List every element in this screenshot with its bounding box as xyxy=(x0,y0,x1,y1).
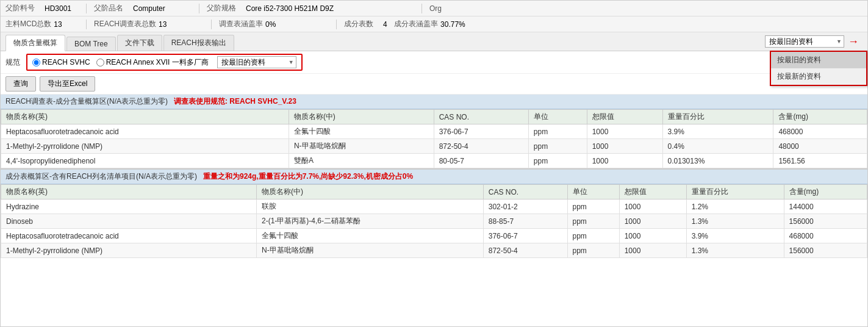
component-coverage-value: 30.77% xyxy=(440,20,465,29)
component-count-cell: 成分表数 4 成分表涵盖率 30.77% xyxy=(344,19,503,29)
section1-header: REACH调查表-成分含量概算区(N/A表示总重为零) 调查表使用规范: REA… xyxy=(1,95,867,109)
table-cell: 1000 xyxy=(587,139,662,154)
table-cell: N-甲基吡咯烷酮 xyxy=(289,139,434,154)
table-cell: Dinoseb xyxy=(1,214,257,229)
tab-bom-tree[interactable]: BOM Tree xyxy=(66,37,116,51)
col-name-cn-1: 物质名称(中) xyxy=(289,110,434,124)
section1-table-wrap: 物质名称(英) 物质名称(中) CAS NO. 单位 恕限值 重量百分比 含量(… xyxy=(1,109,867,168)
parent-spec-value: Core i52-7300 H521M D9Z xyxy=(246,4,334,13)
dropdown-popup-item-oldest[interactable]: 按最旧的资料 xyxy=(771,52,866,68)
table-cell: 872-50-4 xyxy=(483,243,567,258)
sep6 xyxy=(336,20,337,29)
table-cell: 雙酚A xyxy=(289,154,434,168)
spec-dropdown[interactable]: 按最旧的资料 按最新的资料 xyxy=(217,56,296,68)
sep1 xyxy=(86,4,87,13)
master-mcd-label: 主料MCD总数 xyxy=(5,19,51,29)
top-dropdown[interactable]: 按最旧的资料 按最新的资料 xyxy=(765,35,844,48)
section2-header: 成分表概算区-含有REACH列名清单项目(N/A表示总重为零) 重量之和为924… xyxy=(1,168,867,184)
arrow-icon: → xyxy=(848,35,859,48)
spec-dropdown-wrapper[interactable]: 按最旧的资料 按最新的资料 xyxy=(217,56,296,68)
radio-reach-svhc-input[interactable] xyxy=(32,59,40,66)
radio-reach-annex-input[interactable] xyxy=(96,59,104,66)
table-cell: 全氟十四酸 xyxy=(289,124,434,139)
parent-part-no-value: HD3001 xyxy=(45,4,71,13)
dropdown-popup[interactable]: 按最旧的资料 按最新的资料 xyxy=(770,51,867,86)
col-tolerance-2: 恕限值 xyxy=(619,185,686,199)
parent-part-no-cell: 父阶料号 HD3001 xyxy=(5,3,79,13)
table-cell: 468000 xyxy=(784,229,867,243)
master-mcd-value: 13 xyxy=(54,20,62,29)
export-excel-button[interactable]: 导出至Excel xyxy=(40,76,95,92)
table-cell: 80-05-7 xyxy=(434,154,528,168)
table-cell: ppm xyxy=(528,124,587,139)
col-content-1: 含量(mg) xyxy=(773,110,867,124)
col-cas-2: CAS NO. xyxy=(483,185,567,199)
table-row: Heptacosafluorotetradecanoic acid全氟十四酸37… xyxy=(1,229,867,243)
top-dropdown-wrapper[interactable]: 按最旧的资料 按最新的资料 xyxy=(765,35,844,48)
survey-coverage-cell: 调查表涵盖率 0% xyxy=(219,19,329,29)
col-content-2: 含量(mg) xyxy=(784,185,867,199)
table-row: Hydrazine联胺302-01-2ppm10001.2%144000 xyxy=(1,199,867,214)
parent-part-no-label: 父阶料号 xyxy=(5,3,42,13)
section1-note: 调查表使用规范: REACH SVHC_V.23 xyxy=(174,96,296,107)
tab-substance[interactable]: 物质含量概算 xyxy=(5,35,65,51)
survey-coverage-value: 0% xyxy=(265,20,276,29)
col-weight-pct-2: 重量百分比 xyxy=(686,185,784,199)
section2-note: 重量之和为924g,重量百分比为7.7%,尚缺少92.3%,机密成分占0% xyxy=(203,171,413,182)
table-cell: 1000 xyxy=(587,124,662,139)
parent-spec-cell: 父阶规格 Core i52-7300 H521M D9Z xyxy=(207,3,414,13)
table-cell: Hydrazine xyxy=(1,199,257,214)
section2-thead-row: 物质名称(英) 物质名称(中) CAS NO. 单位 恕限值 重量百分比 含量(… xyxy=(1,185,867,199)
table-cell: 88-85-7 xyxy=(483,214,567,229)
table-cell: ppm xyxy=(567,229,619,243)
table-cell: 2-(1-甲基丙基)-4,6-二硝基苯酚 xyxy=(257,214,484,229)
col-cas-1: CAS NO. xyxy=(434,110,528,124)
section1-title: REACH调查表-成分含量概算区(N/A表示总重为零) xyxy=(5,96,168,107)
sep5 xyxy=(211,20,212,29)
col-weight-pct-1: 重量百分比 xyxy=(662,110,773,124)
survey-coverage-label: 调查表涵盖率 xyxy=(219,19,263,29)
table-cell: 1000 xyxy=(619,243,686,258)
table-cell: 1.3% xyxy=(686,243,784,258)
dropdown-popup-item-newest[interactable]: 按最新的资料 xyxy=(771,68,866,85)
table-cell: 1561.56 xyxy=(773,154,867,168)
section2-table: 物质名称(英) 物质名称(中) CAS NO. 单位 恕限值 重量百分比 含量(… xyxy=(1,184,867,258)
table-cell: ppm xyxy=(567,243,619,258)
tab-file-download[interactable]: 文件下载 xyxy=(117,35,162,51)
col-unit-1: 单位 xyxy=(528,110,587,124)
col-name-en-2: 物质名称(英) xyxy=(1,185,257,199)
header-row1: 父阶料号 HD3001 父阶品名 Computer 父阶规格 Core i52-… xyxy=(1,1,867,16)
col-unit-2: 单位 xyxy=(567,185,619,199)
table-cell: 3.9% xyxy=(662,124,773,139)
spec-row: 规范 REACH SVHC REACH Annex XVII 一料多厂商 按最旧… xyxy=(1,51,867,74)
section1-table: 物质名称(英) 物质名称(中) CAS NO. 单位 恕限值 重量百分比 含量(… xyxy=(1,109,867,168)
table-row: Dinoseb2-(1-甲基丙基)-4,6-二硝基苯酚88-85-7ppm100… xyxy=(1,214,867,229)
table-cell: ppm xyxy=(528,154,587,168)
table-cell: 1.2% xyxy=(686,199,784,214)
section2-title: 成分表概算区-含有REACH列名清单项目(N/A表示总重为零) xyxy=(5,171,197,182)
sep4 xyxy=(86,20,87,29)
table-cell: 302-01-2 xyxy=(483,199,567,214)
sep2 xyxy=(199,4,199,13)
spec-label: 规范 xyxy=(5,57,20,68)
query-button[interactable]: 查询 xyxy=(5,76,36,92)
parent-name-value: Computer xyxy=(133,4,165,13)
table-cell: Heptacosafluorotetradecanoic acid xyxy=(1,229,257,243)
reach-survey-total-cell: REACH调查表总数 13 xyxy=(94,19,204,29)
radio-reach-annex[interactable]: REACH Annex XVII 一料多厂商 xyxy=(96,57,209,68)
table-cell: 156000 xyxy=(784,214,867,229)
table-cell: 468000 xyxy=(773,124,867,139)
top-right-area: 按最旧的资料 按最新的资料 → 按最旧的资料 按最新的资料 xyxy=(760,32,867,51)
col-tolerance-1: 恕限值 xyxy=(587,110,662,124)
col-name-en-1: 物质名称(英) xyxy=(1,110,289,124)
table-cell: 376-06-7 xyxy=(483,229,567,243)
radio-reach-svhc[interactable]: REACH SVHC xyxy=(32,58,90,66)
table-cell: ppm xyxy=(567,199,619,214)
col-name-cn-2: 物质名称(中) xyxy=(257,185,484,199)
table-cell: ppm xyxy=(528,139,587,154)
table-cell: N-甲基吡咯烷酮 xyxy=(257,243,484,258)
main-container: 父阶料号 HD3001 父阶品名 Computer 父阶规格 Core i52-… xyxy=(0,0,868,327)
table-row: 1-Methyl-2-pyrrolidone (NMP)N-甲基吡咯烷酮872-… xyxy=(1,243,867,258)
component-count-value: 4 xyxy=(383,20,387,29)
tab-reach-output[interactable]: REACH报表输出 xyxy=(163,35,234,51)
